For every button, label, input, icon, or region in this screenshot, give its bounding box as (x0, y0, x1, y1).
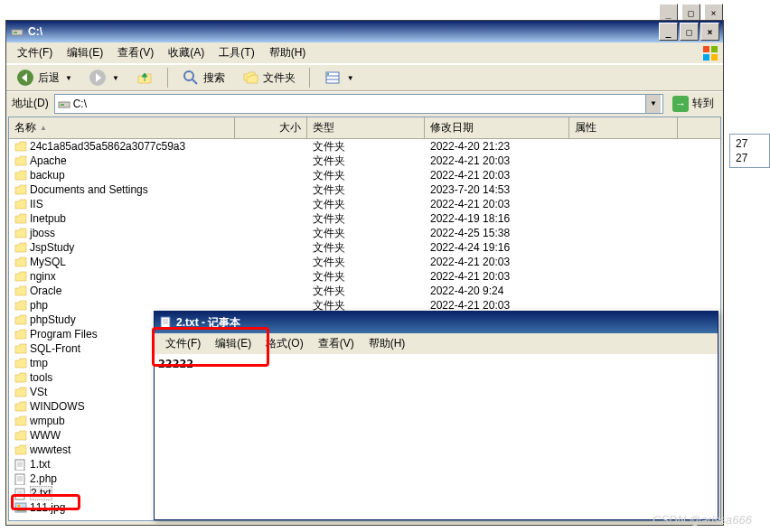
column-name[interactable]: 名称▲ (9, 117, 235, 138)
notepad-menu-file[interactable]: 文件(F) (158, 333, 208, 354)
up-button[interactable] (129, 66, 160, 89)
bg-max-button[interactable]: □ (681, 4, 700, 22)
file-name: Program Files (30, 328, 98, 341)
column-type[interactable]: 类型 (307, 117, 425, 138)
file-type: 文件夹 (307, 255, 425, 270)
file-row[interactable]: 24c1a85ad35a5862a3077c59a3文件夹2022-4-20 2… (9, 139, 720, 154)
file-row[interactable]: Apache文件夹2022-4-21 20:03 (9, 154, 720, 168)
forward-button[interactable]: ▼ (82, 66, 126, 89)
max-button[interactable]: □ (680, 23, 699, 41)
folder-icon (14, 141, 27, 152)
go-label: 转到 (692, 96, 714, 111)
address-input-wrapper[interactable]: ▼ (54, 94, 663, 114)
address-bar: 地址(D) ▼ → 转到 (6, 91, 723, 115)
svg-rect-4 (703, 54, 709, 61)
file-row[interactable]: JspStudy文件夹2022-4-24 19:16 (9, 240, 720, 255)
menu-view[interactable]: 查看(V) (110, 42, 161, 63)
svg-rect-16 (15, 460, 24, 471)
folder-icon (14, 170, 27, 181)
go-button[interactable]: → 转到 (667, 94, 719, 114)
menubar: 文件(F) 编辑(E) 查看(V) 收藏(A) 工具(T) 帮助(H) (6, 42, 723, 64)
search-button[interactable]: 搜索 (175, 66, 231, 89)
notepad-menu-edit[interactable]: 编辑(E) (208, 333, 258, 354)
right-strip-val: 27 (730, 151, 769, 165)
window-title: C:\ (28, 25, 42, 38)
file-row[interactable]: nginx文件夹2022-4-21 20:03 (9, 269, 720, 284)
folder-icon (14, 401, 27, 412)
file-type: 文件夹 (307, 168, 425, 183)
folder-icon (14, 415, 27, 426)
folder-icon (14, 155, 27, 166)
file-name: wmpub (30, 415, 65, 427)
column-date[interactable]: 修改日期 (425, 117, 569, 138)
right-partial-list: 27 27 (729, 134, 770, 168)
views-button[interactable]: ▼ (317, 66, 361, 89)
file-row[interactable]: Oracle文件夹2022-4-20 9:24 (9, 284, 720, 298)
file-name: MySQL (30, 256, 66, 268)
file-row[interactable]: jboss文件夹2022-4-25 15:38 (9, 226, 720, 240)
views-icon (324, 69, 342, 87)
file-name: 1.txt (30, 458, 51, 471)
file-row[interactable]: MySQL文件夹2022-4-21 20:03 (9, 255, 720, 269)
address-dropdown-button[interactable]: ▼ (645, 95, 661, 113)
file-row[interactable]: Documents and Settings文件夹2023-7-20 14:53 (9, 182, 720, 197)
notepad-titlebar[interactable]: 2.txt - 记事本 (155, 312, 718, 333)
menu-help[interactable]: 帮助(H) (262, 42, 314, 63)
file-row[interactable]: Inetpub文件夹2022-4-19 18:16 (9, 211, 720, 226)
file-date: 2022-4-20 21:23 (425, 140, 569, 153)
notepad-text-area[interactable]: 22222 (155, 355, 718, 519)
menu-edit[interactable]: 编辑(E) (60, 42, 110, 63)
file-name: 2.php (30, 472, 57, 485)
file-date: 2022-4-21 20:03 (425, 256, 569, 268)
img-icon (14, 502, 27, 513)
folder-icon (14, 242, 27, 253)
menu-file[interactable]: 文件(F) (10, 42, 60, 63)
notepad-menu-view[interactable]: 查看(V) (311, 333, 362, 354)
address-input[interactable] (71, 97, 645, 111)
file-type: 文件夹 (307, 182, 425, 198)
go-arrow-icon: → (672, 96, 689, 112)
folders-button[interactable]: 文件夹 (235, 66, 302, 89)
file-row[interactable]: IIS文件夹2022-4-21 20:03 (9, 197, 720, 211)
svg-rect-1 (14, 32, 17, 33)
file-date: 2022-4-19 18:16 (425, 212, 569, 225)
menu-tools[interactable]: 工具(T) (211, 42, 261, 63)
file-name: VSt (30, 386, 47, 398)
svg-rect-15 (61, 104, 64, 106)
bg-min-button[interactable]: _ (659, 4, 678, 22)
svg-rect-13 (327, 73, 329, 75)
min-button[interactable]: _ (659, 23, 678, 41)
menu-favorites[interactable]: 收藏(A) (161, 42, 211, 63)
txt-icon (14, 459, 27, 470)
forward-arrow-icon (89, 69, 107, 87)
file-name: php (30, 299, 48, 312)
close-button[interactable]: × (700, 23, 719, 41)
file-name: jboss (30, 227, 55, 239)
folder-icon (14, 184, 27, 195)
file-type: 文件夹 (307, 197, 425, 212)
bg-close-button[interactable]: × (704, 4, 723, 22)
svg-rect-3 (711, 46, 718, 52)
svg-rect-30 (161, 317, 170, 328)
folder-icon (14, 300, 27, 311)
column-header: 名称▲ 大小 类型 修改日期 属性 (9, 117, 720, 139)
column-attr[interactable]: 属性 (569, 117, 678, 138)
file-name: Documents and Settings (30, 183, 148, 196)
column-size[interactable]: 大小 (235, 117, 307, 138)
file-name: WWW (30, 429, 61, 442)
back-button[interactable]: 后退 ▼ (10, 66, 79, 89)
folder-icon (14, 329, 27, 340)
notepad-title: 2.txt - 记事本 (176, 315, 240, 331)
folder-icon (14, 444, 27, 455)
file-name: tools (30, 371, 52, 384)
folder-icon (14, 430, 27, 441)
file-name: IIS (30, 198, 43, 210)
file-date: 2022-4-25 15:38 (425, 227, 569, 239)
notepad-menu-help[interactable]: 帮助(H) (362, 333, 413, 354)
drive-icon (57, 97, 71, 111)
titlebar[interactable]: C:\ _ □ × (6, 21, 723, 42)
notepad-icon (158, 315, 173, 330)
notepad-menu-format[interactable]: 格式(O) (258, 333, 310, 354)
file-name: backup (30, 169, 65, 182)
file-row[interactable]: backup文件夹2022-4-21 20:03 (9, 168, 720, 182)
